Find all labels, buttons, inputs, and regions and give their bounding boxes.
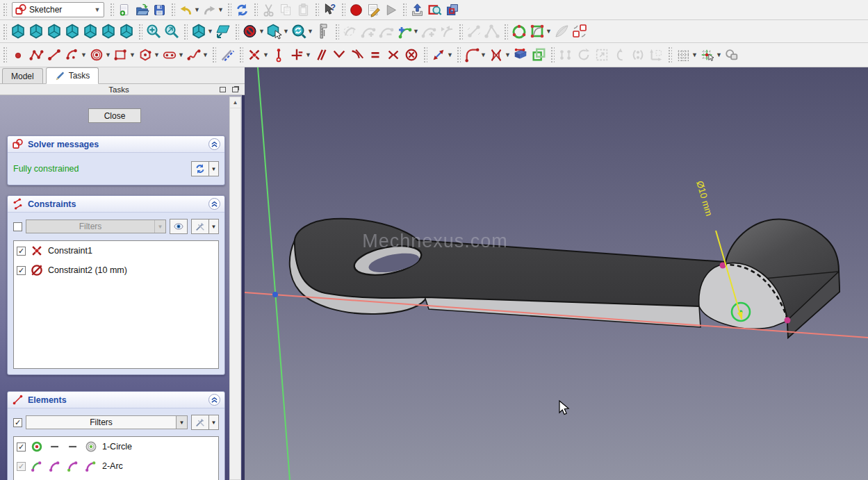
open-document-button[interactable]	[133, 1, 151, 19]
element-row[interactable]: ✓2-Arc	[14, 456, 218, 476]
show-curvature-circle-button[interactable]	[510, 22, 528, 40]
zoom-tools-button[interactable]	[290, 22, 308, 40]
show-curvature-comb-button[interactable]	[552, 22, 571, 40]
constrain-symmetric-button[interactable]	[384, 46, 402, 64]
elements-list[interactable]: ✓1-Circle✓2-Arc	[13, 436, 219, 480]
draw-style-button[interactable]	[241, 22, 259, 40]
axonometric-view-button[interactable]	[9, 22, 27, 40]
show-bspline-polygon-dropdown[interactable]: ▼	[546, 28, 552, 35]
constraints-header[interactable]: Constraints	[8, 196, 224, 213]
trim-edge-dropdown[interactable]: ▼	[505, 51, 511, 58]
constraints-list[interactable]: ✓Constraint1✓Constraint2 (10 mm)	[13, 240, 219, 369]
constraints-settings-button[interactable]	[191, 219, 209, 234]
constrain-horizontal-vertical-button[interactable]	[288, 46, 306, 64]
toolbar-handle[interactable]	[667, 46, 672, 65]
rendering-order-button[interactable]	[723, 46, 741, 64]
rear-view-button[interactable]	[81, 22, 99, 40]
sketch-move-button[interactable]	[647, 46, 665, 64]
tab-tasks[interactable]: Tasks	[46, 67, 99, 84]
elements-settings-dropdown[interactable]: ▼	[209, 415, 219, 430]
create-circle-dropdown[interactable]: ▼	[105, 51, 111, 58]
constrain-equal-button[interactable]	[366, 46, 384, 64]
cut-button[interactable]	[260, 1, 277, 19]
undo-dropdown[interactable]: ▼	[194, 6, 200, 13]
measure-distance-button[interactable]	[314, 22, 332, 40]
sketch-scale-button[interactable]	[593, 46, 611, 64]
toolbar-handle[interactable]	[458, 23, 463, 40]
close-button[interactable]: Close	[88, 108, 141, 123]
toggle-snap-dropdown[interactable]: ▼	[716, 51, 722, 58]
toolbar-handle[interactable]	[402, 2, 407, 17]
sketch-rotate-button[interactable]	[629, 46, 647, 64]
sketch-symmetry-button[interactable]	[557, 46, 575, 64]
external-geometry-button[interactable]	[530, 46, 548, 64]
create-fillet-dropdown[interactable]: ▼	[480, 51, 486, 58]
toolbar-handle[interactable]	[423, 46, 427, 65]
toolbar-handle[interactable]	[238, 46, 243, 65]
toolbar-handle[interactable]	[234, 23, 239, 40]
panel-float-icon[interactable]	[232, 87, 238, 92]
constraint-checkbox[interactable]: ✓	[17, 247, 26, 256]
toolbar-handle[interactable]	[334, 23, 339, 40]
zoom-tools-dropdown[interactable]: ▼	[307, 28, 313, 35]
toolbar-handle[interactable]	[2, 23, 7, 40]
decrease-bspline-degree-button[interactable]	[377, 22, 395, 40]
extend-edge-button[interactable]	[511, 46, 530, 64]
right-view-button[interactable]	[63, 22, 81, 40]
constraints-filter-checkbox[interactable]	[13, 222, 22, 231]
sketch-clone-button[interactable]	[575, 46, 593, 64]
fit-all-button[interactable]	[145, 22, 163, 40]
decrease-knot-multiplicity-button[interactable]	[438, 22, 456, 40]
sketch-offset-button[interactable]	[611, 46, 629, 64]
create-bspline-button[interactable]	[185, 46, 203, 64]
workbench-selector[interactable]: Sketcher▼	[12, 2, 104, 17]
toolbar-handle[interactable]	[253, 2, 258, 17]
draw-style-dropdown[interactable]: ▼	[259, 28, 265, 35]
create-rectangle-dropdown[interactable]: ▼	[129, 51, 136, 58]
refresh-button[interactable]	[234, 1, 251, 19]
constraint-checkbox[interactable]: ✓	[17, 266, 26, 275]
create-polygon-dropdown[interactable]: ▼	[154, 51, 160, 58]
macro-edit-button[interactable]	[365, 1, 382, 19]
create-slot-dropdown[interactable]: ▼	[178, 51, 184, 58]
standard-views-button[interactable]	[190, 22, 208, 40]
toolbar-handle[interactable]	[2, 2, 7, 17]
toolbar-handle[interactable]	[227, 2, 231, 17]
toggle-construction-button[interactable]	[218, 46, 236, 64]
toggle-snap-button[interactable]	[698, 46, 716, 64]
create-fillet-button[interactable]	[463, 46, 481, 64]
constrain-perpendicular-button[interactable]	[330, 46, 348, 64]
elements-filter-combo[interactable]: Filters ▼	[26, 415, 188, 429]
panel-minimize-icon[interactable]	[220, 87, 226, 92]
bottom-view-button[interactable]	[99, 22, 117, 40]
left-view-button[interactable]	[117, 22, 136, 40]
solver-refresh-dropdown[interactable]: ▼	[209, 161, 219, 176]
trim-edge-button[interactable]	[487, 46, 505, 64]
toolbar-handle[interactable]	[211, 46, 216, 65]
toolbar-handle[interactable]	[138, 23, 142, 40]
create-point-button[interactable]	[9, 46, 27, 64]
collapse-elements-button[interactable]	[208, 394, 220, 406]
origin-point[interactable]	[272, 292, 278, 297]
constrain-horizontal-vertical-dropdown[interactable]: ▼	[305, 51, 311, 58]
redo-dropdown[interactable]: ▼	[218, 6, 224, 13]
sketch-validate-button[interactable]	[426, 1, 443, 19]
tab-model[interactable]: Model	[2, 68, 43, 83]
constrain-block-button[interactable]	[402, 46, 420, 64]
modify-knot-multiplicity-button[interactable]	[395, 22, 413, 40]
zoom-selection-button[interactable]	[163, 22, 181, 40]
constraints-filter-combo[interactable]: Filters ▼	[26, 220, 166, 233]
create-arc-button[interactable]	[63, 46, 81, 64]
create-polyline-button[interactable]	[27, 46, 45, 64]
collapse-solver-button[interactable]	[208, 138, 220, 150]
collapse-constraints-button[interactable]	[208, 198, 220, 210]
toggle-grid-button[interactable]	[674, 46, 692, 64]
constrain-dimension-dropdown[interactable]: ▼	[447, 51, 453, 58]
solver-refresh-button[interactable]	[191, 161, 209, 176]
constrain-coincident-dropdown[interactable]: ▼	[263, 51, 269, 58]
whats-this-button[interactable]: ?	[321, 1, 338, 19]
constraints-settings-dropdown[interactable]: ▼	[209, 219, 219, 234]
create-line-button[interactable]	[45, 46, 63, 64]
selection-view-dropdown[interactable]: ▼	[283, 28, 289, 35]
constraint-row[interactable]: ✓Constraint1	[14, 241, 218, 260]
